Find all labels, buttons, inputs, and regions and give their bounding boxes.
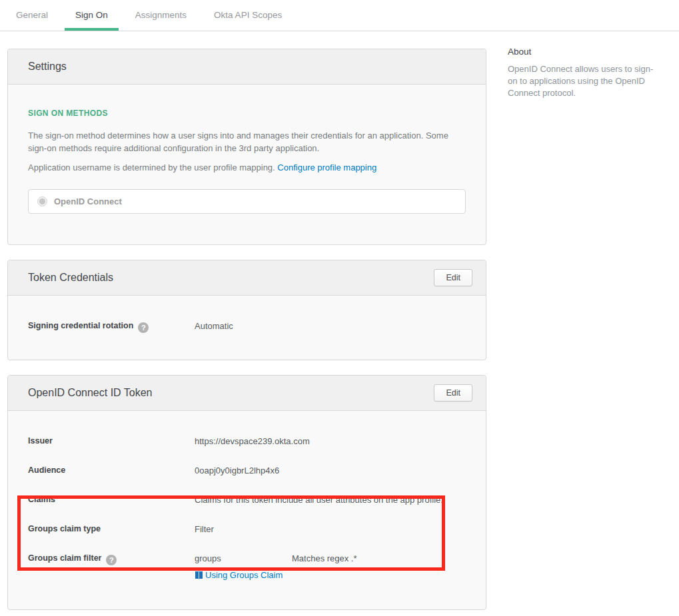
groups-claim-filter-label-text: Groups claim filter	[28, 553, 101, 563]
groups-claim-filter-label: Groups claim filter?	[28, 553, 195, 565]
groups-claim-filter-row: Groups claim filter? groups Using Groups…	[28, 553, 466, 583]
book-icon	[195, 571, 203, 580]
tab-assignments[interactable]: Assignments	[135, 0, 187, 31]
id-token-panel: OpenID Connect ID Token Edit Issuer http…	[7, 375, 486, 610]
issuer-value: https://devspace239.okta.com	[195, 436, 466, 447]
settings-panel-title: Settings	[28, 61, 67, 73]
about-text: OpenID Connect allows users to sign-on t…	[508, 63, 662, 99]
claims-value: Claims for this token include all user a…	[195, 494, 466, 505]
token-credentials-edit-button[interactable]: Edit	[434, 269, 472, 286]
claims-row: Claims Claims for this token include all…	[28, 494, 466, 505]
audience-label: Audience	[28, 465, 195, 476]
using-groups-claim-link-text: Using Groups Claim	[205, 570, 283, 580]
username-mapping-text: Application username is determined by th…	[28, 162, 277, 172]
configure-profile-mapping-link[interactable]: Configure profile mapping	[277, 162, 376, 172]
signing-credential-rotation-label: Signing credential rotation?	[28, 320, 195, 333]
groups-claim-type-row: Groups claim type Filter	[28, 523, 466, 535]
settings-panel: Settings SIGN ON METHODS The sign-on met…	[7, 49, 486, 245]
id-token-body: Issuer https://devspace239.okta.com Audi…	[8, 411, 486, 609]
tab-general[interactable]: General	[16, 0, 48, 31]
sign-on-method-option[interactable]: OpenID Connect	[28, 189, 466, 214]
issuer-row: Issuer https://devspace239.okta.com	[28, 436, 466, 447]
sign-on-methods-heading: SIGN ON METHODS	[28, 109, 466, 118]
signing-credential-rotation-value: Automatic	[195, 320, 292, 332]
token-credentials-title: Token Credentials	[28, 272, 113, 284]
signing-credential-rotation-row: Signing credential rotation? Automatic	[28, 320, 466, 333]
signing-credential-rotation-label-text: Signing credential rotation	[28, 321, 133, 330]
sign-on-method-description: The sign-on method determines how a user…	[28, 129, 466, 154]
token-credentials-panel: Token Credentials Edit Signing credentia…	[7, 260, 486, 360]
help-icon[interactable]: ?	[106, 555, 117, 565]
groups-claim-filter-value-cell: groups Using Groups Claim	[195, 553, 292, 583]
about-sidebar: About OpenID Connect allows users to sig…	[508, 47, 662, 99]
about-title: About	[508, 47, 662, 57]
audience-row: Audience 0oapj0y0igbrL2lhp4x6	[28, 465, 466, 476]
help-icon[interactable]: ?	[138, 322, 149, 333]
username-mapping-note: Application username is determined by th…	[28, 161, 466, 174]
id-token-header: OpenID Connect ID Token Edit	[8, 376, 486, 411]
tab-sign-on[interactable]: Sign On	[75, 0, 108, 31]
id-token-title: OpenID Connect ID Token	[28, 387, 152, 399]
settings-panel-header: Settings	[8, 49, 486, 85]
claims-label: Claims	[28, 494, 195, 505]
groups-claim-type-label: Groups claim type	[28, 523, 195, 535]
app-tab-bar: General Sign On Assignments Okta API Sco…	[0, 0, 679, 31]
openid-connect-radio-label: OpenID Connect	[54, 196, 122, 206]
groups-claim-filter-regex: Matches regex .*	[292, 553, 466, 564]
issuer-label: Issuer	[28, 436, 195, 447]
main-content: Settings SIGN ON METHODS The sign-on met…	[7, 49, 486, 616]
audience-value: 0oapj0y0igbrL2lhp4x6	[195, 465, 466, 476]
token-credentials-header: Token Credentials Edit	[8, 260, 486, 296]
groups-claim-filter-value: groups	[195, 553, 292, 564]
openid-connect-radio[interactable]	[37, 196, 47, 206]
tab-okta-api-scopes[interactable]: Okta API Scopes	[214, 0, 282, 31]
settings-panel-body: SIGN ON METHODS The sign-on method deter…	[8, 85, 486, 244]
token-credentials-body: Signing credential rotation? Automatic	[8, 296, 486, 360]
groups-claim-type-value: Filter	[195, 523, 466, 535]
using-groups-claim-link[interactable]: Using Groups Claim	[195, 570, 283, 580]
id-token-edit-button[interactable]: Edit	[434, 384, 472, 402]
